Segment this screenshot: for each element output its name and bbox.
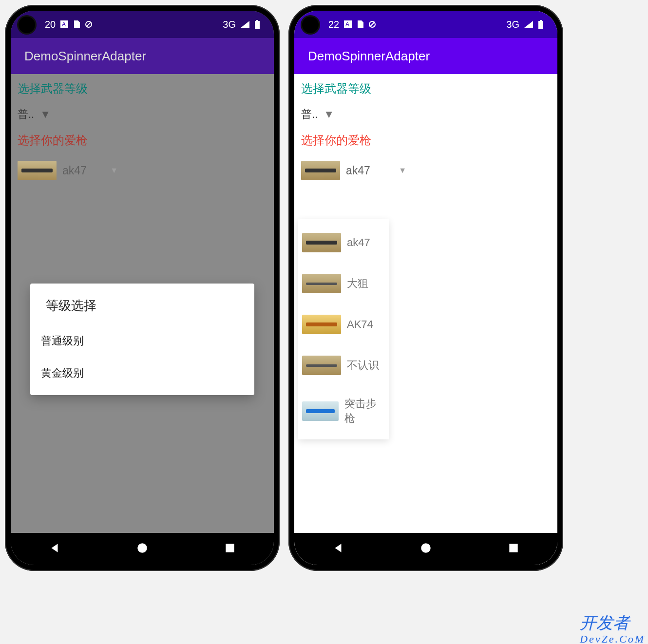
status-icon-a: A	[60, 20, 68, 28]
svg-rect-12	[538, 21, 543, 29]
dialog-level-select: 等级选择 普通级别 黄金级别	[30, 284, 254, 395]
svg-line-11	[370, 22, 375, 27]
gun-thumb-icon	[302, 233, 341, 252]
dialog-title: 等级选择	[39, 295, 246, 325]
nav-home-icon[interactable]	[419, 542, 432, 556]
svg-rect-7	[226, 544, 234, 552]
chevron-down-icon: ▼	[324, 108, 334, 121]
spinner-weapon-level[interactable]: 普.. ▼	[299, 105, 357, 124]
svg-rect-4	[255, 21, 260, 29]
dropdown-gun-list: ak47 大狙 AK74 不认识	[298, 219, 389, 439]
content-area: 选择武器等级 普.. ▼ 选择你的爱枪 ak47 ▼ 等级选择 普通级别	[11, 74, 274, 533]
status-clock: 20	[45, 19, 56, 30]
svg-point-6	[137, 543, 147, 553]
spinner-level-value: 普..	[301, 107, 318, 122]
dropdown-item[interactable]: AK74	[298, 304, 389, 345]
camera-cutout	[19, 17, 35, 33]
spinner-weapon-level[interactable]: 普.. ▼	[16, 105, 73, 124]
chevron-down-icon: ▼	[110, 166, 125, 175]
gun-thumb-icon	[302, 401, 339, 421]
battery-icon	[538, 20, 544, 29]
app-title: DemoSpinnerAdapter	[308, 49, 430, 64]
dropdown-item[interactable]: 不认识	[298, 345, 389, 386]
gun-thumb-icon	[302, 315, 341, 334]
dialog-item-normal[interactable]: 普通级别	[39, 325, 246, 357]
spinner-gun-value: ak47	[62, 164, 87, 177]
svg-rect-15	[509, 544, 517, 552]
spinner-level-value: 普..	[18, 107, 34, 122]
label-your-gun: 选择你的爱枪	[299, 124, 553, 157]
status-clock: 22	[328, 19, 339, 30]
chevron-down-icon: ▼	[399, 166, 413, 175]
phone-right: 22 A 3G DemoSpinnerAdapter 选择武器等级	[288, 5, 563, 571]
status-icon-a: A	[344, 20, 352, 28]
watermark-line1: 开发者	[580, 614, 629, 632]
dropdown-item[interactable]: ak47	[298, 222, 389, 263]
gun-thumb-icon	[18, 161, 57, 180]
gun-thumb-icon	[302, 356, 341, 375]
svg-text:A: A	[345, 21, 349, 28]
network-label: 3G	[223, 19, 236, 30]
camera-cutout	[302, 17, 319, 33]
status-bar: 20 A 3G	[11, 11, 274, 38]
label-weapon-level: 选择武器等级	[16, 79, 269, 105]
do-not-disturb-icon	[368, 20, 376, 28]
gun-name-label: AK74	[347, 318, 373, 331]
svg-line-3	[86, 22, 91, 27]
nav-recent-icon[interactable]	[224, 542, 236, 556]
svg-rect-13	[540, 20, 542, 21]
android-nav-bar	[11, 533, 274, 565]
nav-recent-icon[interactable]	[507, 542, 520, 556]
chevron-down-icon: ▼	[40, 108, 51, 121]
watermark-line2: DevZe.CoM	[580, 634, 645, 644]
svg-point-14	[421, 543, 431, 553]
dialog-item-gold[interactable]: 黄金级别	[39, 357, 246, 389]
spinner-gun[interactable]: ak47 ▼	[16, 157, 127, 184]
nav-back-icon[interactable]	[48, 542, 61, 556]
label-your-gun: 选择你的爱枪	[16, 124, 269, 157]
spinner-gun[interactable]: ak47 ▼	[299, 157, 415, 184]
app-bar: DemoSpinnerAdapter	[294, 38, 557, 74]
gun-thumb-icon	[302, 274, 341, 293]
signal-icon	[524, 21, 533, 28]
network-label: 3G	[506, 19, 519, 30]
status-bar: 22 A 3G	[294, 11, 557, 38]
sd-card-icon	[357, 20, 363, 28]
android-nav-bar	[294, 533, 557, 565]
nav-home-icon[interactable]	[136, 542, 149, 556]
gun-name-label: ak47	[347, 236, 370, 249]
phone-left: 20 A 3G DemoSpinnerAdapter 选择武器等级	[5, 5, 280, 571]
content-area: 选择武器等级 普.. ▼ 选择你的爱枪 ak47 ▼	[294, 74, 557, 533]
signal-icon	[241, 21, 249, 28]
app-bar: DemoSpinnerAdapter	[11, 38, 274, 74]
gun-name-label: 大狙	[347, 276, 368, 291]
label-weapon-level: 选择武器等级	[299, 79, 553, 105]
app-title: DemoSpinnerAdapter	[24, 49, 146, 64]
gun-name-label: 突击步枪	[344, 397, 385, 426]
dropdown-item[interactable]: 大狙	[298, 263, 389, 304]
svg-rect-5	[256, 20, 258, 21]
dropdown-item[interactable]: 突击步枪	[298, 386, 389, 436]
sd-card-icon	[73, 20, 80, 28]
spinner-gun-value: ak47	[346, 164, 370, 177]
nav-back-icon[interactable]	[332, 542, 344, 556]
svg-text:A: A	[62, 21, 66, 28]
battery-icon	[254, 20, 260, 29]
do-not-disturb-icon	[85, 20, 93, 28]
watermark: 开发者 DevZe.CoM	[580, 612, 645, 644]
gun-thumb-icon	[301, 161, 340, 180]
gun-name-label: 不认识	[347, 358, 379, 373]
